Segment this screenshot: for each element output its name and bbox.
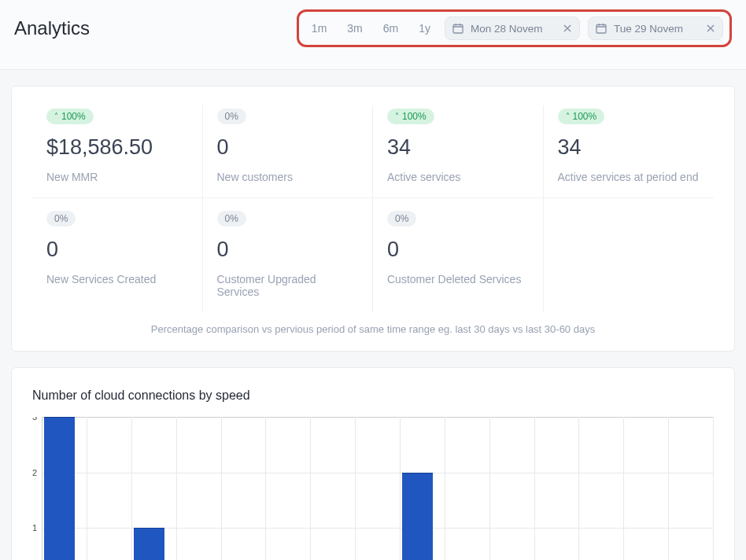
stat-label: New customers — [217, 171, 359, 183]
stat-value: 0 — [46, 238, 188, 262]
stat-cell: ˄100%34Active services — [373, 105, 544, 198]
stat-value: 0 — [217, 238, 359, 262]
change-badge-text: 100% — [573, 111, 597, 122]
stat-cell: 0%0Customer Upgraded Services — [203, 198, 374, 312]
stat-cell-empty — [544, 198, 715, 312]
stat-cell: 0%0Customer Deleted Services — [373, 198, 544, 312]
bar-slot — [222, 417, 267, 560]
range-tab-3m[interactable]: 3m — [345, 17, 364, 39]
bar-slot — [132, 417, 177, 560]
stat-label: New Services Created — [46, 273, 188, 286]
svg-rect-0 — [453, 24, 463, 33]
bar-slot — [311, 417, 356, 560]
stat-label: Customer Upgraded Services — [217, 273, 359, 298]
chart-title: Number of cloud connections by speed — [32, 389, 714, 403]
change-badge: 0% — [46, 211, 76, 227]
bar-slot — [490, 417, 535, 560]
date-to-picker[interactable]: Tue 29 Novem — [588, 17, 723, 40]
date-range-toolbar: 1m 3m 6m 1y Mon 28 Novem Tue 29 Novem — [297, 9, 732, 47]
bar-slot — [401, 417, 445, 560]
page-title: Analytics — [14, 17, 90, 39]
change-badge: 0% — [217, 109, 246, 124]
bar-slot — [445, 417, 490, 560]
stats-footnote: Percentage comparison vs pervious period… — [12, 317, 734, 351]
topbar: Analytics 1m 3m 6m 1y Mon 28 Novem Tue 2… — [0, 0, 746, 70]
close-icon[interactable] — [705, 23, 716, 34]
calendar-icon — [452, 22, 464, 35]
stat-label: Active services at period end — [558, 171, 700, 183]
stat-cell: ˄100%$18,586.50New MMR — [32, 105, 203, 198]
change-badge-text: 0% — [225, 111, 238, 122]
change-badge: ˄100% — [46, 109, 94, 124]
stat-label: Customer Deleted Services — [387, 273, 529, 286]
bar — [44, 417, 75, 560]
stat-value: 0 — [217, 135, 359, 160]
caret-up-icon: ˄ — [54, 112, 58, 120]
bar-slot — [579, 417, 624, 560]
calendar-icon — [595, 22, 608, 35]
range-tab-6m[interactable]: 6m — [382, 17, 400, 39]
caret-up-icon: ˄ — [395, 112, 399, 120]
date-to-label: Tue 29 Novem — [614, 23, 699, 35]
bar-chart: 321 — [32, 417, 714, 560]
stat-value: 34 — [558, 135, 700, 160]
stats-card: ˄100%$18,586.50New MMR0%0New customers˄1… — [11, 86, 735, 352]
bar-slot — [535, 417, 580, 560]
change-badge-text: 100% — [61, 111, 86, 122]
stat-value: $18,586.50 — [46, 135, 188, 160]
range-tab-1m[interactable]: 1m — [310, 17, 328, 39]
bar-slot — [42, 417, 87, 560]
chart-plot — [42, 417, 714, 560]
bar-slot — [669, 417, 714, 560]
date-from-picker[interactable]: Mon 28 Novem — [445, 17, 580, 40]
caret-up-icon: ˄ — [566, 112, 570, 120]
svg-rect-1 — [596, 24, 606, 33]
y-tick-label: 3 — [32, 417, 37, 422]
change-badge-text: 0% — [225, 213, 238, 224]
stat-label: New MMR — [46, 171, 188, 183]
stat-value: 0 — [387, 238, 529, 262]
bar — [402, 473, 433, 560]
stat-cell: ˄100%34Active services at period end — [544, 105, 715, 198]
bar-slot — [87, 417, 132, 560]
bar — [134, 528, 164, 560]
change-badge: ˄100% — [387, 109, 434, 124]
y-tick-label: 2 — [32, 468, 37, 477]
stats-grid: ˄100%$18,586.50New MMR0%0New customers˄1… — [12, 87, 734, 317]
bar-slot — [266, 417, 311, 560]
close-icon[interactable] — [562, 23, 573, 34]
change-badge-text: 0% — [395, 213, 408, 224]
date-from-label: Mon 28 Novem — [471, 23, 556, 35]
bar-slot — [624, 417, 669, 560]
bar-slot — [356, 417, 401, 560]
stat-cell: 0%0New customers — [203, 105, 374, 198]
stat-label: Active services — [387, 171, 529, 183]
change-badge: 0% — [387, 211, 416, 227]
bar-slot — [177, 417, 222, 560]
change-badge-text: 0% — [54, 213, 68, 224]
stat-cell: 0%0New Services Created — [32, 198, 203, 312]
chart-y-axis: 321 — [32, 417, 42, 560]
change-badge: 0% — [217, 211, 246, 227]
stat-value: 34 — [387, 135, 529, 160]
y-tick-label: 1 — [32, 523, 37, 532]
change-badge: ˄100% — [558, 109, 605, 124]
range-tabs: 1m 3m 6m 1y — [305, 17, 437, 39]
change-badge-text: 100% — [402, 111, 427, 122]
chart-card: Number of cloud connections by speed 321 — [11, 367, 735, 560]
range-tab-1y[interactable]: 1y — [417, 17, 432, 39]
